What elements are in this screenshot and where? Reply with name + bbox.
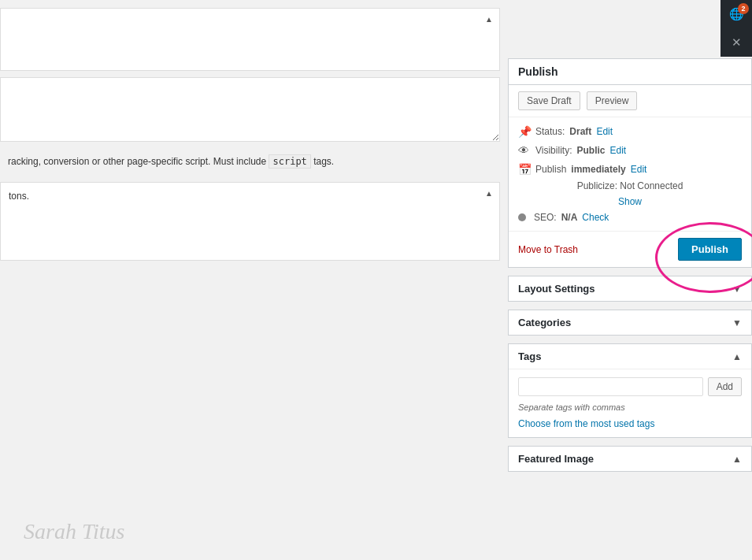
layout-settings-header[interactable]: Layout Settings ▼ (509, 276, 751, 301)
save-draft-button[interactable]: Save Draft (518, 91, 580, 110)
main-content: ▲ racking, conversion or other page-spec… (0, 0, 508, 560)
tags-hint: Separate tags with commas (518, 402, 742, 412)
tags-input-row: Add (518, 377, 742, 396)
status-row: 📌 Status: Draft Edit (518, 122, 742, 141)
globe-button[interactable]: 2 🌐 (721, 0, 752, 28)
content-textarea[interactable] (1, 78, 499, 141)
move-to-trash-button[interactable]: Move to Trash (518, 244, 578, 255)
add-tag-button[interactable]: Add (708, 377, 742, 396)
categories-header[interactable]: Categories ▼ (509, 310, 751, 335)
textarea-block (0, 77, 500, 142)
script-text-after: tags. (311, 156, 334, 167)
publish-bottom: Move to Trash Publish (509, 231, 751, 267)
sidebar: 2 🌐 ✕ Publish Save Draft Preview 📌 Statu… (508, 0, 752, 560)
seo-value: N/A (561, 212, 578, 223)
seo-row: SEO: N/A Check (518, 209, 742, 226)
publicize-show-link[interactable]: Show (618, 196, 642, 207)
categories-title: Categories (518, 317, 571, 328)
script-text-before: racking, conversion or other page-specif… (8, 156, 269, 167)
bottom-content-block: ▲ tons. (0, 182, 500, 261)
publish-button-wrapper: Publish (678, 238, 742, 261)
publish-schedule-value: immediately (571, 164, 625, 175)
layout-settings-chevron: ▼ (732, 284, 742, 295)
featured-image-box: Featured Image ▲ (508, 446, 752, 472)
publish-schedule-label: Publish (535, 164, 566, 175)
publish-actions: Save Draft Preview (509, 85, 751, 117)
bottom-text: tons. (1, 183, 499, 210)
calendar-icon: 📅 (518, 163, 531, 176)
close-button[interactable]: ✕ (721, 28, 752, 57)
script-tag: script (269, 154, 310, 169)
categories-chevron: ▼ (732, 317, 742, 328)
featured-image-header[interactable]: Featured Image ▲ (509, 447, 751, 471)
seo-label: SEO: (534, 212, 557, 223)
visibility-edit-link[interactable]: Edit (609, 145, 626, 156)
status-edit-link[interactable]: Edit (596, 126, 613, 137)
visibility-value: Public (576, 145, 605, 156)
layout-settings-title: Layout Settings (518, 283, 595, 295)
tags-input[interactable] (518, 377, 703, 396)
featured-image-title: Featured Image (518, 453, 594, 465)
layout-settings-box: Layout Settings ▼ (508, 276, 752, 302)
publish-header: Publish (509, 59, 751, 85)
visibility-label: Visibility: (535, 145, 572, 156)
publish-meta: 📌 Status: Draft Edit 👁 Visibility: Publi… (509, 117, 751, 231)
watermark: Sarah Titus (24, 519, 124, 544)
arrow-icon: ▲ (485, 15, 493, 24)
publish-title: Publish (518, 65, 558, 78)
categories-box: Categories ▼ (508, 310, 752, 336)
notification-badge: 2 (738, 3, 749, 14)
tags-title: Tags (518, 350, 541, 362)
watermark-text: Sarah Titus (24, 519, 124, 543)
publicize-row: Publicize: Not Connected Show (518, 179, 742, 209)
publish-button[interactable]: Publish (678, 238, 742, 261)
status-icon: 📌 (518, 125, 531, 138)
status-value: Draft (569, 126, 591, 137)
seo-dot (518, 213, 526, 221)
publish-schedule-edit-link[interactable]: Edit (631, 164, 647, 175)
top-content-block: ▲ (0, 8, 500, 71)
script-text: racking, conversion or other page-specif… (0, 148, 508, 176)
seo-check-link[interactable]: Check (582, 212, 609, 223)
publicize-label: Publicize: Not Connected (577, 180, 683, 191)
featured-image-chevron: ▲ (732, 454, 742, 465)
tags-content: Add Separate tags with commas Choose fro… (509, 369, 751, 437)
publish-box: Publish Save Draft Preview 📌 Status: Dra… (508, 58, 752, 268)
tags-box: Tags ▲ Add Separate tags with commas Cho… (508, 343, 752, 438)
arrow-icon-bottom: ▲ (485, 189, 493, 198)
visibility-row: 👁 Visibility: Public Edit (518, 141, 742, 160)
preview-button[interactable]: Preview (587, 91, 638, 110)
tags-header[interactable]: Tags ▲ (509, 344, 751, 369)
status-label: Status: (535, 126, 565, 137)
top-icons-bar: 2 🌐 ✕ (721, 0, 752, 57)
visibility-icon: 👁 (518, 144, 531, 157)
tags-chevron: ▲ (732, 351, 742, 362)
publish-schedule-row: 📅 Publish immediately Edit (518, 160, 742, 179)
choose-tags-link[interactable]: Choose from the most used tags (518, 418, 742, 429)
